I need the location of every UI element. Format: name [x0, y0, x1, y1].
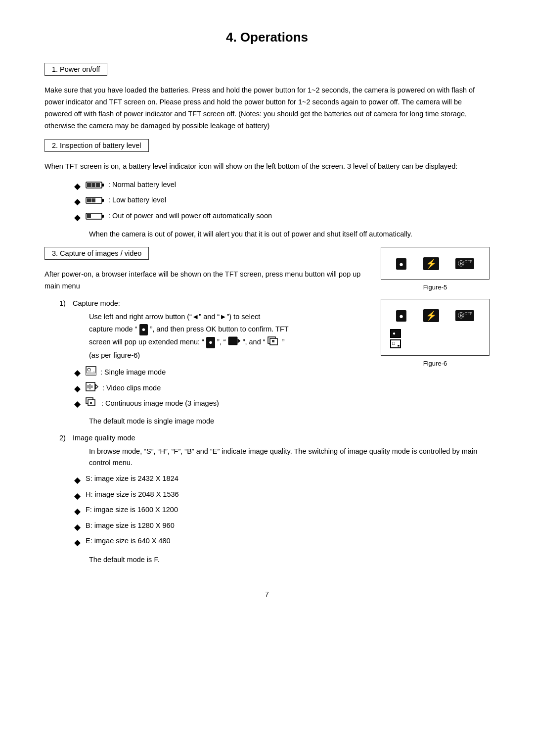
svg-rect-7: [87, 198, 91, 202]
svg-rect-3: [91, 183, 95, 187]
capture-icon-inline: ●: [139, 324, 148, 335]
item1-text: Capture mode:: [73, 299, 120, 307]
capture-mode-text4: (as per figure-6): [89, 351, 140, 359]
bullet-diamond: ◆: [74, 382, 81, 395]
mode-bullet-2: ◆ : Video clips mode: [74, 382, 490, 395]
quality-bullet-f: ◆ F: imgae size is 1600 X 1200: [74, 505, 490, 518]
capture-mode-text1: Use left and right arrow button (“◄” and…: [89, 313, 260, 321]
figure6-camera-icon: ●: [396, 310, 406, 322]
svg-rect-27: [90, 402, 92, 404]
battery-normal-text: : Normal battery level: [108, 181, 176, 189]
capture-mode-and1: ”, “: [217, 338, 226, 346]
figures-column: ● ⚡ ⒷOFF Figure-5 ● ⚡ ⒷOFF ● □: [381, 247, 490, 367]
item1-number: 1): [59, 299, 66, 307]
figure5-caption: Figure-5: [381, 284, 490, 291]
bullet-diamond: ◆: [74, 505, 81, 518]
bullet-diamond: ◆: [74, 536, 81, 549]
battery-bullet-2: ◆ : Low battery level: [74, 195, 490, 208]
cam-icon-inline: ●: [206, 337, 215, 348]
mode-default-text: The default mode is single image mode: [89, 416, 490, 427]
video-mode-text: : Video clips mode: [102, 383, 161, 391]
svg-rect-11: [87, 214, 91, 218]
svg-rect-16: [272, 340, 274, 342]
battery-bullet-3: ◆ : Out of power and will power off auto…: [74, 211, 490, 224]
quality-s-text: S: image xize is 2432 X 1824: [86, 473, 178, 484]
bullet-diamond: ◆: [74, 211, 81, 224]
svg-rect-4: [96, 183, 100, 187]
bullet-diamond: ◆: [74, 474, 81, 487]
figure6-icons-top-row: ● ⚡ ⒷOFF: [385, 304, 485, 327]
battery-sub-note: When the camera is out of power, it will…: [89, 229, 490, 240]
bullet-diamond: ◆: [74, 521, 81, 534]
item2-body: In browse mode, “S”, “H”, “F”, “B” and “…: [89, 446, 490, 469]
quality-e-text: E: imgae size is 640 X 480: [86, 536, 171, 547]
bullet-diamond: ◆: [74, 180, 81, 193]
figure6-mode-icons: ● □ ■: [385, 327, 485, 351]
battery-empty-icon: [86, 212, 104, 220]
svg-rect-6: [102, 199, 104, 202]
figure5-box: ● ⚡ ⒷOFF: [381, 247, 490, 280]
bullet-diamond: ◆: [74, 367, 81, 379]
battery-normal-icon: [86, 181, 104, 189]
capture-mode-text3: screen will pop up extended menu: “: [89, 338, 204, 346]
figure5-power-icon: ⒷOFF: [455, 258, 474, 269]
capture-mode-text2: capture mode “: [89, 325, 137, 333]
item2-text: Image quality mode: [73, 434, 135, 442]
quality-bullets: ◆ S: image xize is 2432 X 1824 ◆ H: imag…: [74, 473, 490, 549]
figure6-person-icon: ⚡: [423, 309, 439, 322]
mode-bullets: ◆ : Single image mode ◆: [74, 366, 490, 411]
svg-rect-2: [87, 183, 91, 187]
quality-default-text: The default mode is F.: [89, 554, 490, 566]
section2-intro: When TFT screen is on, a battery level i…: [44, 161, 490, 173]
svg-rect-1: [102, 184, 104, 187]
section2-label: 2. Inspection of battery level: [44, 139, 149, 152]
page-number: 7: [44, 590, 490, 598]
section1-body: Make sure that you have loaded the batte…: [44, 85, 490, 132]
figure5-icons-row: ● ⚡ ⒷOFF: [385, 252, 485, 275]
section1-label: 1. Power on/off: [44, 63, 107, 76]
section3-wrapper: ● ⚡ ⒷOFF Figure-5 ● ⚡ ⒷOFF ● □: [44, 247, 490, 570]
svg-marker-19: [86, 370, 96, 375]
battery-bullet-1: ◆ : Normal battery level: [74, 180, 490, 193]
quality-bullet-b: ◆ B: image size is 1280 X 960: [74, 520, 490, 534]
figure6-caption: Figure-6: [381, 360, 490, 367]
cont-mode-icon: [86, 397, 97, 410]
svg-rect-20: [86, 382, 95, 391]
quality-bullet-s: ◆ S: image xize is 2432 X 1824: [74, 473, 490, 487]
bullet-diamond: ◆: [74, 195, 81, 208]
quality-bullet-h: ◆ H: image size is 2048 X 1536: [74, 489, 490, 503]
battery-bullets: ◆ : Normal battery level ◆: [74, 180, 490, 224]
quality-bullet-e: ◆ E: imgae size is 640 X 480: [74, 536, 490, 549]
section3-label: 3. Capture of images / video: [44, 247, 149, 260]
cont-icon-inline: [267, 336, 280, 349]
mode-bullet-3: ◆ : Continuous image mode (3 images): [74, 397, 490, 411]
quality-b-text: B: image size is 1280 X 960: [86, 520, 175, 531]
section3-item2: 2) Image quality mode: [59, 434, 490, 442]
item2-number: 2): [59, 434, 66, 442]
single-mode-text: : Single image mode: [100, 368, 166, 376]
quality-f-text: F: imgae size is 1600 X 1200: [86, 505, 178, 516]
mode-bullet-1: ◆ : Single image mode: [74, 366, 371, 379]
battery-empty-text: : Out of power and will power off automa…: [108, 212, 272, 220]
capture-mode-and2: ”, and “: [243, 338, 266, 346]
capture-mode-text3d: ”: [282, 338, 285, 346]
bullet-diamond: ◆: [74, 398, 81, 411]
capture-mode-text2b: ”, and then press OK button to confirm. …: [150, 325, 288, 333]
svg-rect-10: [102, 215, 104, 218]
battery-low-icon: [86, 196, 104, 204]
fig6-mode-icon-1: ●: [390, 329, 401, 338]
battery-low-text: : Low battery level: [108, 196, 166, 204]
figure6-power-icon: ⒷOFF: [455, 310, 474, 321]
single-mode-icon: [86, 366, 96, 379]
cont-mode-text: : Continuous image mode (3 images): [101, 399, 219, 407]
figure5-person-icon: ⚡: [423, 257, 439, 270]
bullet-diamond: ◆: [74, 490, 81, 503]
svg-marker-21: [95, 384, 98, 389]
svg-marker-13: [238, 339, 240, 343]
video-mode-icon: [86, 382, 98, 395]
figure5-camera-icon: ●: [396, 258, 406, 270]
fig6-mode-icon-2: □ ■: [390, 339, 401, 348]
figure6-icons-col: ● □ ■: [390, 329, 401, 348]
svg-rect-8: [91, 198, 95, 202]
quality-h-text: H: image size is 2048 X 1536: [86, 489, 179, 500]
